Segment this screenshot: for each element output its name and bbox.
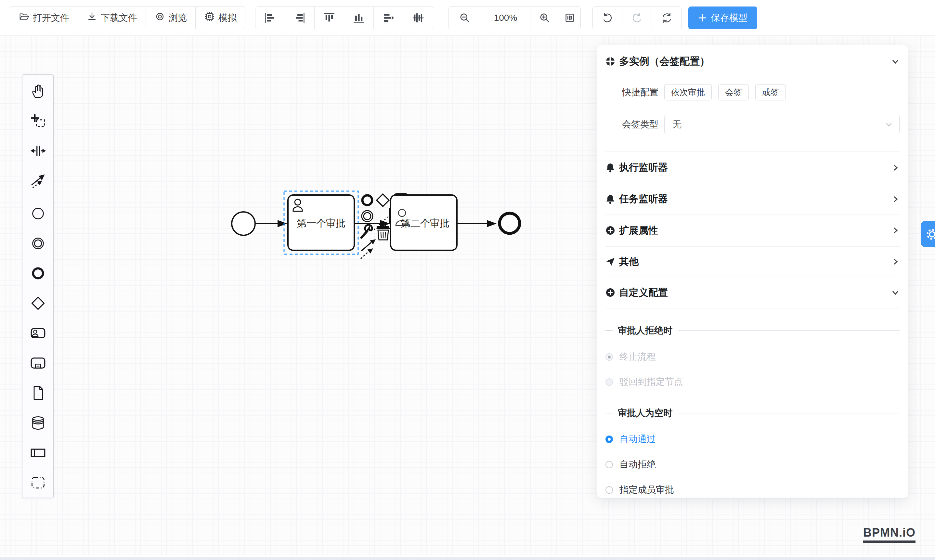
distribute-horizontal-button[interactable]	[374, 7, 403, 29]
section-other[interactable]: 其他	[606, 247, 900, 276]
align-bottom-icon	[353, 12, 365, 24]
wrench-icon[interactable]	[361, 225, 372, 238]
quick-config-sequential-button[interactable]: 依次审批	[664, 84, 712, 100]
quick-config-row: 快捷配置 依次审批 会签 或签	[606, 84, 900, 100]
trash-icon[interactable]	[376, 225, 390, 240]
space-tool-icon	[30, 143, 46, 158]
align-left-button[interactable]	[255, 7, 285, 29]
connect-icon	[30, 173, 46, 189]
subprocess-icon	[30, 355, 46, 371]
preview-button[interactable]: 浏览	[146, 7, 196, 29]
connect-tool-icon[interactable]	[361, 239, 376, 259]
chevron-right-icon	[891, 195, 900, 203]
folder-open-icon	[18, 11, 29, 25]
chevron-down-icon	[891, 288, 900, 297]
group-icon	[30, 475, 46, 491]
align-top-button[interactable]	[315, 7, 344, 29]
bpmn-io-logo[interactable]: BPMN.iO	[863, 526, 915, 543]
user-task-2[interactable]: 第二个审批	[391, 195, 457, 250]
radio-label: 终止流程	[620, 351, 656, 363]
radio-button[interactable]	[606, 435, 613, 443]
open-file-button[interactable]: 打开文件	[10, 7, 78, 29]
zoom-out-button[interactable]	[449, 7, 481, 29]
bell-icon	[606, 194, 615, 204]
task-1-label: 第一个审批	[297, 218, 346, 228]
sign-type-label: 会签类型	[606, 118, 658, 131]
radio-button[interactable]	[606, 461, 613, 468]
radio-assign-member[interactable]: 指定成员审批	[606, 485, 900, 495]
align-right-button[interactable]	[285, 7, 315, 29]
fit-viewport-button[interactable]	[559, 7, 580, 29]
lasso-icon	[30, 113, 46, 129]
create-participant[interactable]	[22, 438, 53, 468]
reject-group-title: 审批人拒绝时	[618, 325, 672, 337]
reset-button[interactable]	[652, 7, 681, 29]
hand-tool[interactable]	[22, 76, 53, 106]
create-user-task[interactable]	[22, 318, 53, 348]
radio-label: 自动通过	[620, 433, 656, 445]
create-data-store[interactable]	[22, 408, 53, 438]
refresh-icon	[661, 12, 673, 24]
lasso-tool[interactable]	[22, 106, 53, 136]
distribute-horizontal-icon	[382, 12, 395, 24]
zoom-in-button[interactable]	[531, 7, 559, 29]
chevron-right-icon	[891, 226, 900, 235]
section-label: 执行监听器	[619, 161, 668, 174]
settings-tab[interactable]	[921, 221, 935, 247]
toolbar: 打开文件 下载文件 浏览 模拟	[0, 0, 935, 36]
task-2-label: 第二个审批	[401, 218, 449, 228]
sequence-flow-1[interactable]	[255, 220, 287, 227]
properties-panel: 多实例（会签配置） 快捷配置 依次审批 会签 或签 会签类型 无 执行监听器	[597, 45, 908, 498]
create-start-event[interactable]	[22, 198, 53, 228]
section-divider	[606, 246, 900, 247]
radio-return-to-node: 驳回到指定节点	[606, 377, 900, 387]
participant-icon	[30, 445, 46, 460]
file-button-group: 打开文件 下载文件 浏览 模拟	[10, 6, 245, 29]
plus-icon	[698, 13, 707, 22]
logo-text: BPMN.iO	[863, 526, 915, 540]
create-end-event[interactable]	[22, 258, 53, 288]
undo-button[interactable]	[593, 7, 622, 29]
chevron-down-icon[interactable]	[891, 57, 900, 66]
intermediate-event-icon	[30, 235, 46, 251]
quick-config-orsign-button[interactable]: 或签	[755, 84, 786, 100]
start-event-icon	[30, 206, 46, 222]
preview-label: 浏览	[169, 12, 187, 24]
section-extension-properties[interactable]: 扩展属性	[606, 215, 900, 245]
empty-group-title-row: 审批人为空时	[606, 409, 900, 418]
section-task-listener[interactable]: 任务监听器	[606, 184, 900, 214]
distribute-vertical-button[interactable]	[403, 7, 433, 29]
zoom-level[interactable]: 100%	[481, 7, 531, 29]
section-execution-listener[interactable]: 执行监听器	[606, 152, 900, 183]
end-event[interactable]	[500, 213, 520, 233]
quick-config-countersign-button[interactable]: 会签	[718, 84, 749, 100]
sequence-flow-3[interactable]	[457, 220, 497, 227]
create-data-object[interactable]	[22, 378, 53, 408]
redo-button[interactable]	[622, 7, 652, 29]
header-divider	[597, 78, 908, 78]
start-event[interactable]	[232, 212, 255, 235]
section-label: 自定义配置	[619, 286, 668, 299]
sign-type-row: 会签类型 无	[606, 115, 900, 134]
radio-auto-reject[interactable]: 自动拒绝	[606, 460, 900, 469]
user-task-1[interactable]: 第一个审批	[288, 195, 354, 250]
create-intermediate-event[interactable]	[22, 228, 53, 258]
append-intermediate-event-icon[interactable]	[362, 211, 373, 222]
create-subprocess[interactable]	[22, 348, 53, 378]
section-custom-config[interactable]: 自定义配置	[606, 277, 900, 308]
logo-underline	[863, 540, 915, 543]
simulate-button[interactable]: 模拟	[196, 7, 245, 29]
global-connect-tool[interactable]	[22, 166, 53, 195]
save-model-button[interactable]: 保存模型	[688, 6, 757, 29]
radio-button[interactable]	[606, 486, 613, 494]
space-tool[interactable]	[22, 136, 53, 166]
create-group[interactable]	[22, 468, 53, 498]
align-bottom-button[interactable]	[344, 7, 374, 29]
sign-type-select[interactable]: 无	[664, 115, 900, 134]
radio-auto-pass[interactable]: 自动通过	[606, 434, 900, 444]
append-end-event-icon[interactable]	[362, 195, 372, 205]
multi-instance-header[interactable]: 多实例（会签配置）	[606, 45, 900, 78]
create-gateway[interactable]	[22, 288, 53, 318]
append-gateway-icon[interactable]	[377, 194, 389, 206]
download-file-button[interactable]: 下载文件	[78, 7, 146, 29]
